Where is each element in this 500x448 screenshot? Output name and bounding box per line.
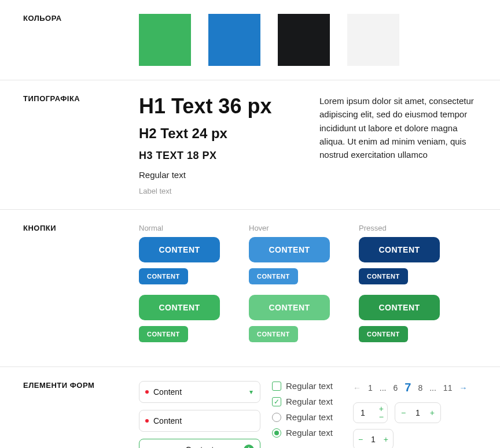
section-label-colors: КОЛЬОРА	[23, 14, 139, 66]
button-large-blue-hover[interactable]: CONTENT	[249, 237, 330, 262]
stepper-vertical[interactable]: 1 +−	[353, 402, 388, 423]
checkbox-label: Regular text	[286, 381, 333, 391]
color-swatch-blue	[208, 14, 260, 66]
radio-icon	[272, 413, 281, 422]
button-large-green-hover[interactable]: CONTENT	[249, 295, 330, 320]
stepper-horizontal[interactable]: − 1 +	[395, 402, 441, 423]
swatch-row	[139, 14, 477, 66]
checkbox-unchecked[interactable]: Regular text	[272, 381, 341, 391]
checkbox-checked[interactable]: ✓ Regular text	[272, 397, 341, 406]
minus-icon[interactable]: −	[379, 413, 384, 421]
dropdown-value: Content	[153, 387, 182, 397]
heading-h3: H3 TEXT 18 PX	[139, 150, 296, 162]
text-input[interactable]: Content	[139, 410, 260, 432]
button-state-hover: Hover	[249, 224, 341, 232]
minus-icon[interactable]: −	[401, 408, 406, 417]
color-swatch-green	[139, 14, 191, 66]
section-forms: ЕЛЕМЕНТИ ФОРМ Content ▾ Content Content …	[0, 367, 500, 448]
regular-text: Regular text	[139, 170, 296, 180]
button-small-green-normal[interactable]: CONTENT	[139, 326, 188, 342]
section-label-buttons: КНОПКИ	[23, 224, 139, 353]
button-small-blue-hover[interactable]: CONTENT	[249, 268, 298, 284]
radio-unchecked[interactable]: Regular text	[272, 412, 341, 422]
button-large-blue-pressed[interactable]: CONTENT	[359, 237, 440, 262]
checkbox-icon	[272, 382, 281, 391]
page-number[interactable]: 11	[443, 383, 453, 393]
radio-label: Regular text	[286, 428, 333, 438]
heading-h1: H1 Text 36 px	[139, 94, 296, 119]
stepper-small[interactable]: − 1 +	[353, 429, 394, 448]
button-small-blue-pressed[interactable]: CONTENT	[359, 268, 408, 284]
button-small-blue-normal[interactable]: CONTENT	[139, 268, 188, 284]
arrow-right-icon[interactable]: →	[459, 383, 467, 393]
button-large-green-normal[interactable]: CONTENT	[139, 295, 220, 320]
radio-label: Regular text	[286, 412, 333, 422]
arrow-left-icon[interactable]: ←	[353, 383, 361, 393]
stepper-value: 1	[361, 408, 365, 417]
heading-h2: H2 Text 24 px	[139, 125, 296, 142]
dropdown-input[interactable]: Content ▾	[139, 381, 260, 403]
text-input-success[interactable]: Content !	[139, 439, 260, 448]
page-number-current[interactable]: 7	[405, 381, 411, 394]
section-label-typography: ТИПОГРАФІКА	[23, 94, 139, 195]
plus-icon[interactable]: +	[430, 408, 435, 417]
button-small-green-pressed[interactable]: CONTENT	[359, 326, 408, 342]
exclamation-icon: !	[244, 445, 254, 448]
section-colors: КОЛЬОРА	[0, 0, 500, 80]
button-large-blue-normal[interactable]: CONTENT	[139, 237, 220, 262]
radio-checked-icon	[272, 428, 281, 438]
page-ellipsis: ...	[380, 383, 387, 393]
page-number[interactable]: 8	[418, 383, 422, 393]
pagination: ← 1 ... 6 7 8 ... 11 →	[353, 381, 477, 394]
button-large-green-pressed[interactable]: CONTENT	[359, 295, 440, 320]
button-state-normal: Normal	[139, 224, 231, 232]
color-swatch-light	[347, 14, 399, 66]
button-small-green-hover[interactable]: CONTENT	[249, 326, 298, 342]
page-number[interactable]: 1	[368, 383, 373, 393]
input-value-success: Content	[185, 445, 214, 448]
input-value: Content	[153, 416, 182, 425]
stepper-value: 1	[416, 408, 420, 417]
chevron-down-icon: ▾	[249, 388, 253, 396]
button-state-pressed: Pressed	[359, 224, 451, 232]
color-swatch-black	[278, 14, 330, 66]
minus-icon[interactable]: −	[358, 435, 363, 444]
radio-checked[interactable]: Regular text	[272, 428, 341, 438]
section-buttons: КНОПКИ Normal CONTENT CONTENT CONTENT CO…	[0, 210, 500, 367]
page-ellipsis: ...	[429, 383, 436, 393]
section-typography: ТИПОГРАФІКА H1 Text 36 px H2 Text 24 px …	[0, 80, 500, 210]
stepper-value: 1	[371, 435, 376, 444]
paragraph-text: Lorem ipsum dolor sit amet, consectetur …	[319, 94, 477, 161]
plus-icon[interactable]: +	[384, 435, 388, 444]
checkbox-label: Regular text	[286, 397, 333, 406]
plus-icon[interactable]: +	[379, 405, 384, 413]
checkbox-checked-icon: ✓	[272, 397, 281, 406]
label-text: Label text	[139, 187, 296, 195]
page-number[interactable]: 6	[393, 383, 398, 393]
section-label-forms: ЕЛЕМЕНТИ ФОРМ	[23, 381, 139, 448]
